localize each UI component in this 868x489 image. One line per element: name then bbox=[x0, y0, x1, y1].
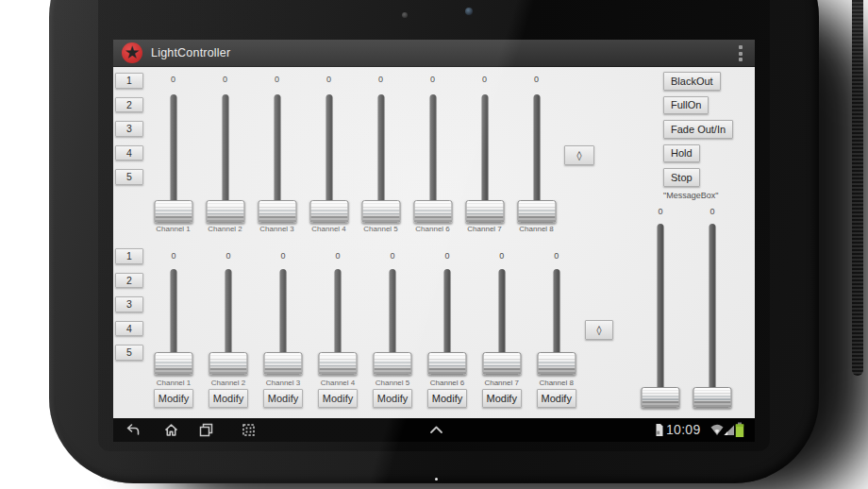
front-camera-icon bbox=[465, 8, 473, 15]
fader-track bbox=[658, 224, 664, 394]
modify-button[interactable]: Modify bbox=[482, 389, 522, 408]
app-title: LightController bbox=[151, 40, 230, 67]
channel-fader-column: 0 Channel 1 Modify bbox=[147, 67, 200, 442]
fader-value: 0 bbox=[530, 251, 583, 261]
group-button[interactable]: 1 bbox=[115, 73, 143, 89]
star-glyph: ★ bbox=[122, 42, 142, 62]
back-icon[interactable] bbox=[125, 422, 141, 438]
group-button[interactable]: 4 bbox=[115, 321, 143, 337]
speaker-grille-right bbox=[852, 0, 863, 376]
battery-icon bbox=[735, 422, 744, 438]
fader-value: 0 bbox=[311, 251, 364, 261]
group-button[interactable]: 2 bbox=[115, 97, 143, 113]
modify-button[interactable]: Modify bbox=[154, 389, 193, 408]
group-button[interactable]: 5 bbox=[115, 345, 143, 361]
fader-thumb[interactable] bbox=[642, 387, 680, 408]
channel-fader-column: 0 Channel 8 Modify bbox=[530, 67, 583, 442]
quick-controls-caret-icon[interactable] bbox=[428, 424, 444, 435]
modify-button[interactable]: Modify bbox=[318, 389, 358, 408]
fader-track bbox=[280, 269, 287, 357]
fader-track bbox=[498, 269, 505, 357]
channel-fader-column: 0 Channel 5 Modify bbox=[366, 67, 419, 442]
fader-thumb[interactable] bbox=[374, 352, 412, 375]
screenshot-icon[interactable] bbox=[241, 422, 257, 438]
group-button[interactable]: 5 bbox=[115, 169, 143, 185]
signal-icon bbox=[724, 425, 735, 436]
power-led bbox=[435, 478, 438, 481]
diamond-button-bottom[interactable]: ◊ bbox=[585, 320, 613, 340]
channel-fader-column: 0 Channel 2 Modify bbox=[202, 67, 255, 442]
modify-button[interactable]: Modify bbox=[537, 389, 576, 408]
fader-value: 0 bbox=[421, 251, 474, 261]
fader-track bbox=[390, 269, 396, 357]
home-icon[interactable] bbox=[163, 422, 179, 438]
channel-fader-column: 0 bbox=[686, 67, 739, 442]
fader-track bbox=[444, 269, 451, 357]
sd-card-icon bbox=[655, 423, 664, 437]
fader-value: 0 bbox=[202, 251, 255, 261]
fader-thumb[interactable] bbox=[428, 352, 467, 375]
wifi-icon bbox=[710, 423, 724, 436]
tablet-screen: ★ LightController 12345 0 Channel 1 0 Ch… bbox=[113, 40, 755, 442]
channel-label: Channel 8 bbox=[523, 379, 591, 387]
modify-button[interactable]: Modify bbox=[209, 389, 248, 408]
fader-thumb[interactable] bbox=[155, 352, 193, 375]
modify-button[interactable]: Modify bbox=[427, 389, 467, 408]
fader-value: 0 bbox=[366, 251, 419, 261]
modify-button[interactable]: Modify bbox=[263, 389, 303, 408]
channel-fader-column: 0 Channel 4 Modify bbox=[311, 67, 364, 442]
fader-value: 0 bbox=[476, 251, 528, 261]
recents-icon[interactable] bbox=[198, 422, 214, 438]
fader-value: 0 bbox=[634, 207, 687, 216]
tablet-photo: ★ LightController 12345 0 Channel 1 0 Ch… bbox=[0, 0, 868, 489]
app-logo-star-icon: ★ bbox=[122, 42, 142, 63]
fader-value: 0 bbox=[147, 251, 200, 261]
fader-track bbox=[335, 269, 342, 357]
fader-track bbox=[553, 269, 559, 357]
fader-thumb[interactable] bbox=[482, 352, 521, 375]
fader-thumb[interactable] bbox=[319, 352, 358, 375]
group-button[interactable]: 2 bbox=[115, 273, 143, 289]
fader-value: 0 bbox=[686, 207, 739, 216]
ambient-sensor-icon bbox=[402, 12, 408, 18]
fader-value: 0 bbox=[257, 251, 309, 261]
group-button[interactable]: 4 bbox=[115, 145, 143, 161]
fader-track bbox=[171, 269, 177, 357]
channel-fader-column: 0 Channel 6 Modify bbox=[421, 67, 474, 442]
group-button[interactable]: 1 bbox=[115, 248, 143, 264]
fader-thumb[interactable] bbox=[537, 352, 576, 375]
overflow-menu-icon[interactable] bbox=[738, 45, 743, 62]
channel-fader-column: 0 Channel 7 Modify bbox=[476, 67, 528, 442]
system-nav-bar: 10:09 bbox=[113, 418, 755, 442]
fader-thumb[interactable] bbox=[209, 352, 248, 375]
fader-track bbox=[225, 269, 232, 357]
action-bar: ★ LightController bbox=[113, 40, 755, 67]
fader-track bbox=[709, 224, 716, 394]
group-button[interactable]: 3 bbox=[115, 121, 143, 137]
channel-fader-column: 0 bbox=[634, 67, 687, 442]
app-content: 12345 0 Channel 1 0 Channel 2 0 Channel … bbox=[113, 67, 755, 418]
status-clock: 10:09 bbox=[666, 418, 701, 442]
fader-thumb[interactable] bbox=[693, 387, 732, 408]
group-button[interactable]: 3 bbox=[115, 296, 143, 312]
modify-button[interactable]: Modify bbox=[373, 389, 412, 408]
channel-fader-column: 0 Channel 3 Modify bbox=[257, 67, 309, 442]
diamond-button-top[interactable]: ◊ bbox=[564, 145, 594, 165]
fader-thumb[interactable] bbox=[264, 352, 303, 375]
